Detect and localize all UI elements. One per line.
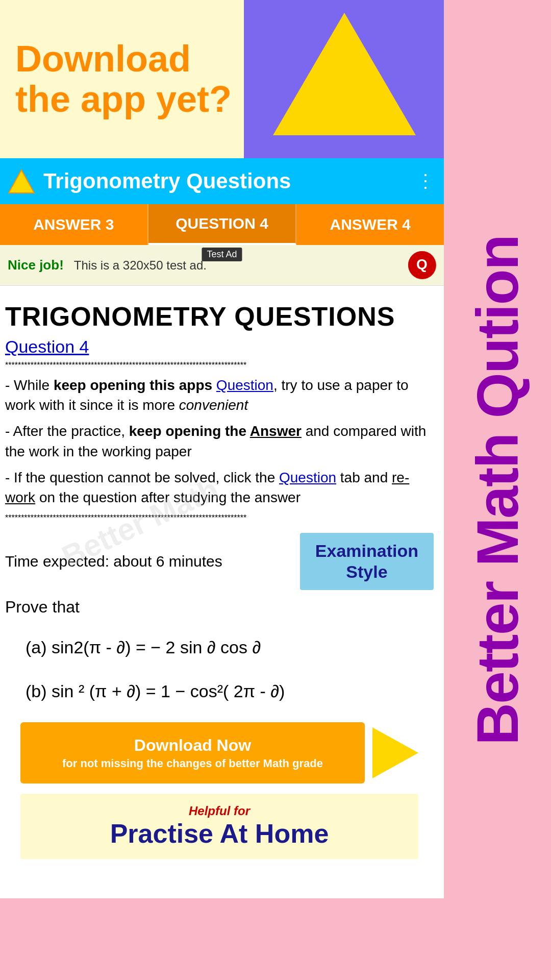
question-link[interactable]: Question 4 <box>5 337 434 357</box>
ad-label: Test Ad <box>202 248 242 261</box>
banner-line2: the app yet? <box>15 79 232 119</box>
exam-badge-line1: Examination <box>315 541 418 560</box>
separator-top: ****************************************… <box>5 361 434 370</box>
exam-badge: Examination Style <box>300 533 434 590</box>
instruction-1: While keep opening this apps Question, t… <box>5 375 434 415</box>
instruction-3: If the question cannot be solved, click … <box>5 468 434 507</box>
download-button[interactable]: Download Now for not missing the changes… <box>20 722 365 783</box>
practise-banner: Helpful for Practise At Home <box>20 794 418 859</box>
ad-logo: Q <box>408 251 436 279</box>
time-row: Time expected: about 6 minutes Examinati… <box>5 533 434 590</box>
instruction-list: While keep opening this apps Question, t… <box>5 375 434 507</box>
tab-answer4[interactable]: ANSWER 4 <box>296 204 444 245</box>
content-title: TRIGONOMETRY QUESTIONS <box>5 301 434 332</box>
top-banner: Download the app yet? <box>0 0 444 158</box>
answer-inline-link[interactable]: Answer <box>250 423 302 439</box>
content-area: Better Math TRIGONOMETRY QUESTIONS Quest… <box>0 286 444 898</box>
header-bar: Trigonometry Questions ⋮ <box>0 158 444 204</box>
ad-nice-text: Nice job! <box>8 257 64 273</box>
tab-answer3[interactable]: ANSWER 3 <box>0 204 148 245</box>
practise-title: Practise At Home <box>28 818 411 849</box>
practise-helpful: Helpful for <box>28 804 411 818</box>
math-problem-a: (a) sin2(π - ∂) = − 2 sin ∂ cos ∂ <box>26 632 434 663</box>
rework-link[interactable]: re-work <box>5 470 409 505</box>
time-text: Time expected: about 6 minutes <box>5 553 222 570</box>
ad-bar: Test Ad Nice job! This is a 320x50 test … <box>0 245 444 286</box>
header-title: Trigonometry Questions <box>43 169 416 193</box>
question-tab-link[interactable]: Question <box>279 470 336 485</box>
instruction-2: After the practice, keep opening the Ans… <box>5 421 434 461</box>
banner-text: Download the app yet? <box>15 39 235 119</box>
prove-text: Prove that <box>5 598 434 617</box>
svg-marker-0 <box>9 170 34 193</box>
exam-badge-line2: Style <box>346 562 387 581</box>
header-menu-dots[interactable]: ⋮ <box>416 170 436 192</box>
arrow-right-icon <box>372 727 418 778</box>
triangle-icon <box>273 13 416 135</box>
banner-line1: Download <box>15 38 191 79</box>
nav-tabs: ANSWER 3 QUESTION 4 ANSWER 4 <box>0 204 444 245</box>
header-triangle-icon <box>8 167 36 195</box>
main-content: Download the app yet? Trigonometry Quest… <box>0 0 444 980</box>
svg-text:Q: Q <box>416 256 428 272</box>
download-btn-sub: for not missing the changes of better Ma… <box>36 756 349 771</box>
vertical-brand-text: Better Math Qution <box>468 235 527 745</box>
math-problem-b: (b) sin ² (π + ∂) = 1 − cos²( 2π - ∂) <box>26 676 434 707</box>
question-inline-link[interactable]: Question <box>216 377 273 393</box>
banner-triangle <box>245 0 444 158</box>
vertical-text-panel: Better Math Qution <box>444 0 551 980</box>
separator-bottom: ****************************************… <box>5 513 434 523</box>
tab-question4[interactable]: QUESTION 4 <box>148 204 297 245</box>
banner-left: Download the app yet? <box>0 23 245 135</box>
download-btn-main: Download Now <box>134 736 251 754</box>
download-section: Download Now for not missing the changes… <box>5 722 434 783</box>
